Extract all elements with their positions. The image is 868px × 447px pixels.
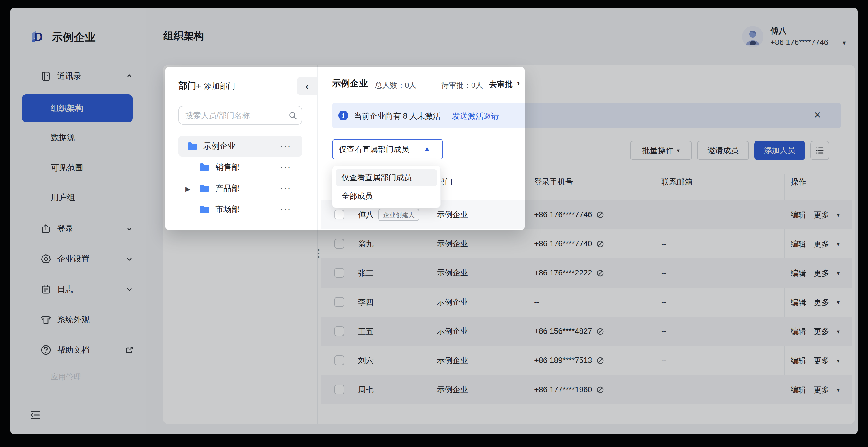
folder-icon bbox=[187, 141, 197, 151]
more-link[interactable]: 更多 bbox=[814, 355, 829, 366]
folder-icon bbox=[199, 163, 210, 172]
edit-link[interactable]: 编辑 bbox=[790, 268, 806, 278]
edit-link[interactable]: 编辑 bbox=[790, 239, 806, 249]
add-department-button[interactable]: + 添加部门 bbox=[196, 80, 235, 92]
member-email: -- bbox=[661, 258, 666, 288]
tree-item-root-company[interactable]: 示例企业 ··· bbox=[179, 136, 302, 157]
more-link[interactable]: 更多 bbox=[814, 239, 829, 249]
collapse-dept-panel-button[interactable]: ‹ bbox=[297, 77, 317, 95]
sidebar-item-app-management-disabled: 应用管理 bbox=[51, 372, 81, 382]
masked-phone-icon[interactable] bbox=[596, 385, 604, 394]
sidebar-item-login[interactable]: 登录 bbox=[10, 218, 146, 239]
chevron-up-icon bbox=[125, 72, 133, 80]
help-icon bbox=[40, 345, 52, 355]
member-name: 张三 bbox=[358, 268, 374, 278]
member-dept: 示例企业 bbox=[437, 229, 468, 258]
row-checkbox[interactable] bbox=[334, 355, 344, 365]
column-settings-button[interactable] bbox=[810, 141, 829, 160]
more-link[interactable]: 更多 bbox=[814, 297, 829, 308]
caret-down-icon: ▾ bbox=[837, 270, 840, 277]
sidebar-item-appearance[interactable]: 系统外观 bbox=[10, 309, 146, 330]
folder-icon bbox=[199, 184, 210, 193]
row-checkbox[interactable] bbox=[334, 210, 344, 219]
user-account-menu[interactable]: 傅八 +86 176****7746 ▾ bbox=[738, 24, 851, 50]
member-phone: +86 176****7746 bbox=[534, 210, 592, 219]
tree-item-label: 市场部 bbox=[215, 199, 240, 220]
member-name: 李四 bbox=[358, 297, 374, 308]
table-row: 张三 示例企业 +86 176****2222 -- 编辑 更多 ▾ bbox=[321, 258, 852, 288]
more-actions-icon[interactable]: ··· bbox=[280, 178, 291, 198]
member-email: -- bbox=[661, 229, 666, 258]
column-header-email: 联系邮箱 bbox=[661, 177, 692, 187]
sidebar-item-logs[interactable]: 日志 bbox=[10, 279, 146, 300]
total-members-stat: 总人数：0人 bbox=[375, 80, 416, 90]
sidebar-item-label: 企业设置 bbox=[57, 254, 90, 264]
sidebar-item-data-source[interactable]: 数据源 bbox=[51, 127, 75, 148]
row-checkbox[interactable] bbox=[334, 297, 344, 307]
batch-actions-button[interactable]: 批量操作 ▾ bbox=[630, 141, 692, 160]
sidebar-item-label: 组织架构 bbox=[51, 94, 83, 122]
chevron-right-icon[interactable]: › bbox=[517, 78, 520, 88]
sidebar-item-label: 系统外观 bbox=[57, 314, 90, 325]
edit-link[interactable]: 编辑 bbox=[790, 355, 806, 366]
masked-phone-icon[interactable] bbox=[596, 327, 604, 336]
sidebar-item-org-structure[interactable]: 组织架构 bbox=[22, 94, 132, 122]
edit-link[interactable]: 编辑 bbox=[790, 297, 806, 308]
member-email: -- bbox=[661, 375, 666, 404]
pending-approval-stat: 待审批：0人 bbox=[441, 80, 483, 90]
sidebar-item-help-docs[interactable]: 帮助文档 bbox=[10, 340, 146, 360]
plus-icon: + bbox=[196, 81, 201, 92]
more-actions-icon[interactable]: ··· bbox=[280, 157, 291, 177]
filter-dropdown-menu: 仅查看直属部门成员 全部成员 bbox=[332, 166, 441, 208]
edit-link[interactable]: 编辑 bbox=[790, 326, 806, 337]
sidebar-item-user-group[interactable]: 用户组 bbox=[51, 187, 75, 208]
filter-option-direct-members[interactable]: 仅查看直属部门成员 bbox=[336, 169, 437, 186]
add-member-button[interactable]: 添加人员 bbox=[754, 141, 805, 160]
filter-option-all-members[interactable]: 全部成员 bbox=[336, 187, 437, 205]
invite-member-button[interactable]: 邀请成员 bbox=[697, 141, 749, 160]
tree-item-sales-dept[interactable]: 销售部 ··· bbox=[179, 157, 302, 178]
caret-down-icon: ▾ bbox=[837, 211, 840, 218]
column-header-phone: 登录手机号 bbox=[534, 177, 573, 187]
tree-item-product-dept[interactable]: ▶ 产品部 ··· bbox=[179, 178, 302, 199]
panel-resize-grip[interactable]: ⋮ bbox=[314, 245, 321, 262]
masked-phone-icon[interactable] bbox=[596, 211, 604, 219]
dept-search-input[interactable] bbox=[185, 107, 290, 124]
row-checkbox[interactable] bbox=[334, 239, 344, 249]
more-actions-icon[interactable]: ··· bbox=[280, 136, 291, 156]
sidebar-item-contacts[interactable]: 通讯录 bbox=[10, 66, 146, 87]
caret-down-icon: ▾ bbox=[837, 386, 840, 393]
row-checkbox[interactable] bbox=[334, 326, 344, 336]
contacts-book-icon bbox=[40, 71, 52, 82]
more-link[interactable]: 更多 bbox=[814, 268, 829, 278]
creator-badge: 企业创建人 bbox=[378, 209, 419, 221]
company-name: 示例企业 bbox=[52, 30, 96, 44]
member-filter-select[interactable]: 仅查看直属部门成员 ▲ bbox=[332, 139, 443, 159]
sidebar-item-visibility-scope[interactable]: 可见范围 bbox=[51, 157, 83, 178]
go-review-link[interactable]: 去审批 bbox=[489, 79, 513, 90]
more-actions-icon[interactable]: ··· bbox=[280, 199, 291, 219]
more-link[interactable]: 更多 bbox=[814, 210, 829, 220]
more-link[interactable]: 更多 bbox=[814, 326, 829, 337]
chevron-down-icon bbox=[125, 285, 133, 293]
row-checkbox[interactable] bbox=[334, 385, 344, 394]
collapse-sidebar-button[interactable] bbox=[30, 410, 40, 420]
search-icon bbox=[288, 111, 297, 120]
sidebar-item-enterprise-settings[interactable]: 企业设置 bbox=[10, 249, 146, 269]
table-row: 刘六 示例企业 +86 189****7513 -- 编辑 更多 ▾ bbox=[321, 346, 852, 375]
tree-expand-icon[interactable]: ▶ bbox=[185, 185, 190, 193]
tree-item-marketing-dept[interactable]: 市场部 ··· bbox=[179, 199, 302, 220]
masked-phone-icon[interactable] bbox=[596, 240, 604, 248]
masked-phone-icon[interactable] bbox=[596, 356, 604, 365]
close-icon[interactable]: ✕ bbox=[814, 110, 821, 120]
user-phone: +86 176****7746 bbox=[770, 38, 828, 47]
send-activation-link[interactable]: 发送激活邀请 bbox=[452, 111, 499, 121]
masked-phone-icon[interactable] bbox=[596, 269, 604, 278]
sidebar-item-label: 帮助文档 bbox=[57, 345, 90, 355]
sidebar-item-label: 通讯录 bbox=[57, 71, 82, 82]
edit-link[interactable]: 编辑 bbox=[790, 210, 806, 220]
row-checkbox[interactable] bbox=[334, 268, 344, 278]
member-phone: -- bbox=[534, 298, 539, 307]
more-link[interactable]: 更多 bbox=[814, 385, 829, 395]
edit-link[interactable]: 编辑 bbox=[790, 385, 806, 395]
